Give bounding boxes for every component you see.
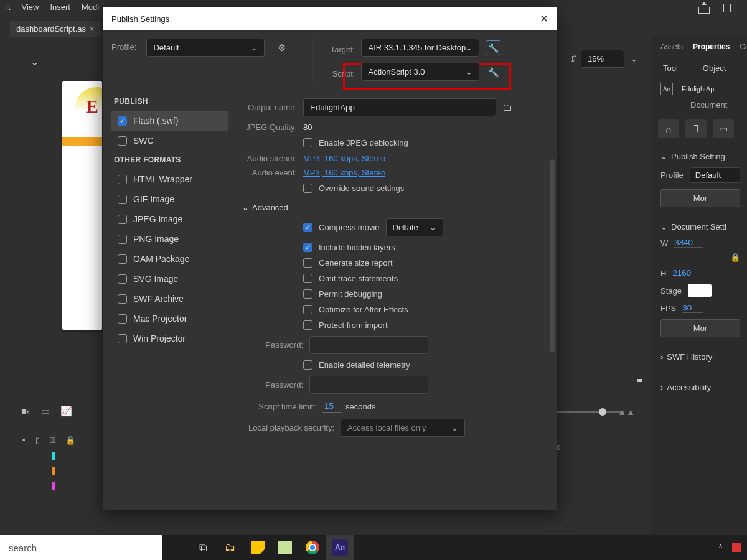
- timeline-zoom-slider[interactable]: ▲▲: [548, 406, 635, 418]
- magnet-icon[interactable]: ∩: [658, 119, 679, 138]
- chevron-down-icon[interactable]: ⌄: [660, 222, 667, 231]
- tab-color[interactable]: Col: [735, 40, 747, 54]
- chevron-down-icon[interactable]: ⌄: [660, 152, 667, 161]
- checkbox[interactable]: [118, 314, 127, 324]
- panel-menu-icon[interactable]: ≣: [636, 376, 643, 385]
- target-dropdown[interactable]: AIR 33.1.1.345 for Desktop⌄: [361, 39, 479, 57]
- height-input[interactable]: [672, 268, 701, 278]
- zoom-dropdown[interactable]: 16%: [581, 50, 624, 68]
- close-icon[interactable]: ✕: [540, 12, 548, 26]
- tray-app-icon[interactable]: [732, 543, 741, 552]
- wrench-icon[interactable]: 🔧: [486, 40, 500, 55]
- checkbox[interactable]: [118, 175, 127, 184]
- gear-icon[interactable]: ⚙: [275, 41, 288, 55]
- tab-assets[interactable]: Assets: [655, 40, 688, 54]
- chart-icon[interactable]: 📈: [60, 406, 72, 417]
- document-tab[interactable]: dashboardScript.as ×: [10, 21, 101, 37]
- chevron-right-icon[interactable]: ›: [660, 352, 663, 362]
- format-oam[interactable]: OAM Package: [111, 249, 228, 269]
- checkbox[interactable]: [118, 254, 127, 264]
- sect-accessibility[interactable]: Accessibility: [667, 383, 711, 392]
- advanced-toggle[interactable]: ⌄ Advanced: [242, 203, 543, 212]
- camera-icon[interactable]: ■‹: [21, 406, 30, 417]
- format-gif[interactable]: GIF Image: [111, 189, 228, 209]
- menu-it[interactable]: it: [6, 2, 11, 12]
- checkbox[interactable]: [118, 195, 127, 204]
- checkbox[interactable]: [118, 334, 127, 343]
- subtab-object[interactable]: Object: [703, 63, 726, 73]
- profile-dropdown[interactable]: Default: [690, 167, 740, 183]
- format-flash-swf[interactable]: Flash (.swf): [111, 111, 228, 131]
- checkbox-telemetry[interactable]: [303, 360, 312, 370]
- audio-stream-value[interactable]: MP3, 160 kbps, Stereo: [303, 154, 385, 163]
- menu-view[interactable]: View: [22, 2, 39, 12]
- wrench-icon[interactable]: 🔧: [486, 65, 500, 80]
- sect-publish[interactable]: Publish Setting: [671, 152, 725, 161]
- script-dropdown[interactable]: ActionScript 3.0⌄: [361, 63, 479, 81]
- tab-overflow-icon[interactable]: ⌄: [25, 55, 44, 68]
- password-input[interactable]: [309, 336, 428, 354]
- format-svg[interactable]: SVG Image: [111, 269, 228, 289]
- compress-method-dropdown[interactable]: Deflate⌄: [386, 218, 443, 236]
- checkbox-include-hidden[interactable]: [303, 243, 312, 252]
- system-tray[interactable]: ＾: [716, 542, 747, 553]
- fps-input[interactable]: [682, 303, 703, 313]
- keyframe-marker[interactable]: [52, 452, 55, 460]
- chrome-icon[interactable]: [299, 535, 326, 560]
- more-doc-button[interactable]: Mor: [660, 319, 740, 337]
- jpeg-quality-value[interactable]: 80: [303, 123, 312, 132]
- format-html-wrapper[interactable]: HTML Wrapper: [111, 169, 228, 189]
- notepadpp-icon[interactable]: [271, 535, 299, 560]
- format-mac-projector[interactable]: Mac Projector: [111, 309, 228, 329]
- menu-insert[interactable]: Insert: [50, 2, 70, 12]
- audio-event-value[interactable]: MP3, 160 kbps, Stereo: [303, 168, 385, 177]
- link-dimensions-icon[interactable]: 🔒: [730, 253, 740, 262]
- profile-dropdown[interactable]: Default⌄: [146, 39, 265, 57]
- lock-icon[interactable]: 🔒: [65, 436, 75, 445]
- chevron-right-icon[interactable]: ›: [660, 383, 663, 392]
- checkbox-omit-trace[interactable]: [303, 274, 312, 283]
- tab-properties[interactable]: Properties: [688, 40, 735, 54]
- output-name-input[interactable]: [303, 98, 496, 116]
- checkbox-optimize-ae[interactable]: [303, 305, 312, 314]
- checkbox[interactable]: [118, 274, 127, 284]
- stage-canvas[interactable]: E: [62, 81, 102, 330]
- checkbox-size-report[interactable]: [303, 258, 312, 268]
- format-jpeg[interactable]: JPEG Image: [111, 209, 228, 229]
- workspace-panel-icon[interactable]: [720, 4, 731, 12]
- checkbox[interactable]: [118, 235, 127, 244]
- format-png[interactable]: PNG Image: [111, 229, 228, 249]
- checkbox[interactable]: [118, 136, 127, 146]
- visibility-icon[interactable]: 👁̸: [50, 436, 56, 445]
- checkbox-permit-debug[interactable]: [303, 289, 312, 299]
- checkbox[interactable]: [118, 116, 127, 126]
- animate-app-icon[interactable]: An: [326, 535, 354, 560]
- format-swc[interactable]: SWC: [111, 131, 228, 151]
- browse-folder-icon[interactable]: 🗀: [502, 102, 512, 113]
- menu-modify[interactable]: Modi: [82, 2, 99, 12]
- checkbox[interactable]: [118, 215, 127, 224]
- checkbox-protect-import[interactable]: [303, 320, 312, 330]
- graph-icon[interactable]: ⚍: [41, 406, 49, 417]
- format-win-projector[interactable]: Win Projector: [111, 329, 228, 348]
- local-security-dropdown[interactable]: Access local files only⌄: [341, 419, 465, 437]
- close-tab-icon[interactable]: ×: [90, 24, 95, 34]
- keyframe-marker[interactable]: [52, 467, 55, 475]
- file-explorer-icon[interactable]: 🗂: [217, 535, 244, 560]
- sect-document[interactable]: Document Setti: [671, 222, 726, 231]
- checkbox-override-sound[interactable]: [303, 184, 312, 193]
- tray-chevron-icon[interactable]: ＾: [716, 542, 725, 553]
- film-icon[interactable]: ▭: [713, 119, 734, 138]
- sect-swf[interactable]: SWF History: [667, 352, 712, 362]
- taskbar-search[interactable]: search: [0, 535, 162, 560]
- checkbox-compress[interactable]: [303, 223, 312, 232]
- stepper-icon[interactable]: ⇵: [570, 54, 577, 63]
- zoom-caret[interactable]: ⌄: [631, 54, 637, 63]
- checkbox-jpeg-deblock[interactable]: [303, 138, 312, 147]
- more-settings-button[interactable]: Mor: [660, 189, 740, 207]
- sticky-notes-icon[interactable]: [244, 535, 271, 560]
- script-limit-input[interactable]: [322, 400, 342, 413]
- checkbox[interactable]: [118, 294, 127, 304]
- task-view-icon[interactable]: ⧉: [189, 535, 217, 560]
- align-icon[interactable]: ᒣ: [685, 119, 707, 138]
